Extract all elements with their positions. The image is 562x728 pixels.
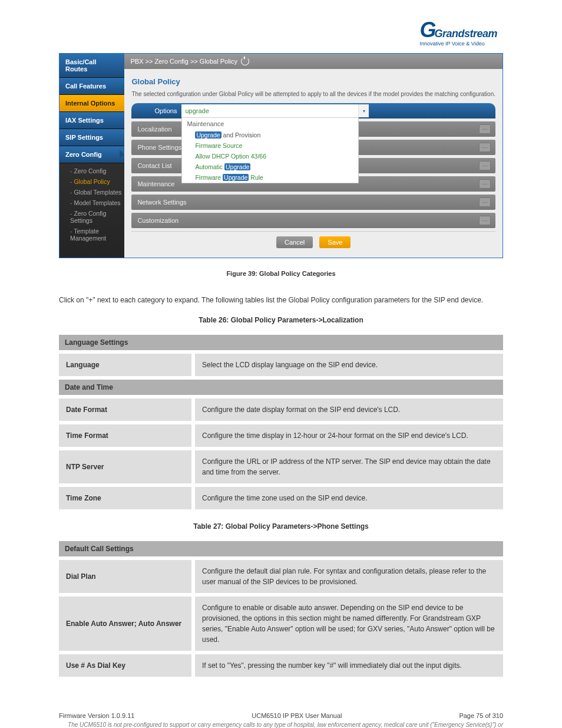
table-title-2: Table 27: Global Policy Parameters->Phon… [59,521,503,532]
table-row: Date FormatConfigure the date display fo… [59,398,503,421]
page-footer-disclaimer: The UCM6510 is not pre-configured to sup… [59,722,503,728]
expand-icon[interactable]: ⋯ [479,124,491,134]
expand-icon[interactable]: ⋯ [479,216,491,225]
brand-logo: GGrandstream Innovative IP Voice & Video [24,0,538,53]
config-section[interactable]: Customization⋯ [131,213,495,228]
cancel-button[interactable]: Cancel [276,236,313,248]
app-screenshot: Basic/Call RoutesCall FeaturesInternal O… [59,53,503,258]
sidebar: Basic/Call RoutesCall FeaturesInternal O… [59,54,124,258]
table-row: NTP ServerConfigure the URL or IP addres… [59,450,503,483]
table-row: Time FormatConfigure the time display in… [59,424,503,447]
save-button[interactable]: Save [319,236,351,248]
sidebar-item[interactable]: IAX Settings [59,112,124,129]
sidebar-item[interactable]: Internal Options [59,95,124,112]
table-row: Use # As Dial KeyIf set to "Yes", pressi… [59,654,503,677]
sidebar-item[interactable]: SIP Settings [59,129,124,146]
table-localization: Language Settings LanguageSelect the LCD… [59,335,503,509]
sidebar-item[interactable]: Call Features [59,78,124,95]
page-title: Global Policy [131,77,495,86]
sidebar-subitem[interactable]: Template Management [70,226,124,243]
sidebar-subitem[interactable]: Global Templates [70,187,124,197]
table-row: Time ZoneConfigure the time zone used on… [59,487,503,509]
sidebar-subitem[interactable]: Global Policy [70,176,124,187]
expand-icon[interactable]: ⋯ [479,161,491,170]
breadcrumb: PBX >> Zero Config >> Global Policy [124,54,503,69]
figure-caption: Figure 39: Global Policy Categories [24,270,538,277]
expand-icon[interactable]: ⋯ [479,143,491,152]
sidebar-item[interactable]: Zero Config [59,146,124,163]
refresh-icon[interactable] [241,57,249,65]
page-footer: Firmware Version 1.0.9.11 UCM6510 IP PBX… [59,712,503,719]
dropdown-menu[interactable]: MaintenanceUpgrade and ProvisionFirmware… [181,117,359,183]
expand-icon[interactable]: ⋯ [479,179,491,189]
dropdown-option[interactable]: Upgrade and Provision [182,130,358,140]
table-row: Enable Auto Answer; Auto AnswerConfigure… [59,597,503,651]
options-row: Options upgrade MaintenanceUpgrade and P… [131,103,495,118]
dropdown-option[interactable]: Firmware Source [182,140,358,151]
page-desc: The selected configuration under Global … [131,91,495,97]
table-title-1: Table 26: Global Policy Parameters->Loca… [59,315,503,325]
dropdown-option[interactable]: Allow DHCP Option 43/66 [182,151,358,162]
body-paragraph: Click on "+" next to each category to ex… [59,295,503,305]
table-phone-settings: Default Call Settings Dial PlanConfigure… [59,541,503,677]
options-dropdown[interactable]: upgrade MaintenanceUpgrade and Provision… [181,104,358,117]
table-row: Dial PlanConfigure the default dial plan… [59,560,503,593]
chevron-down-icon[interactable]: ▾ [358,104,369,117]
sidebar-subitem[interactable]: Zero Config Settings [70,208,124,226]
dropdown-option[interactable]: Automatic Upgrade [182,162,358,172]
config-section[interactable]: Network Settings⋯ [131,195,495,210]
dropdown-option[interactable]: Firmware Upgrade Rule [182,172,358,183]
sidebar-item[interactable]: Basic/Call Routes [59,54,124,78]
sidebar-subitem[interactable]: Zero Config [70,166,124,176]
sidebar-subitem[interactable]: Model Templates [70,197,124,208]
table-row: LanguageSelect the LCD display language … [59,354,503,376]
expand-icon[interactable]: ⋯ [479,197,491,207]
